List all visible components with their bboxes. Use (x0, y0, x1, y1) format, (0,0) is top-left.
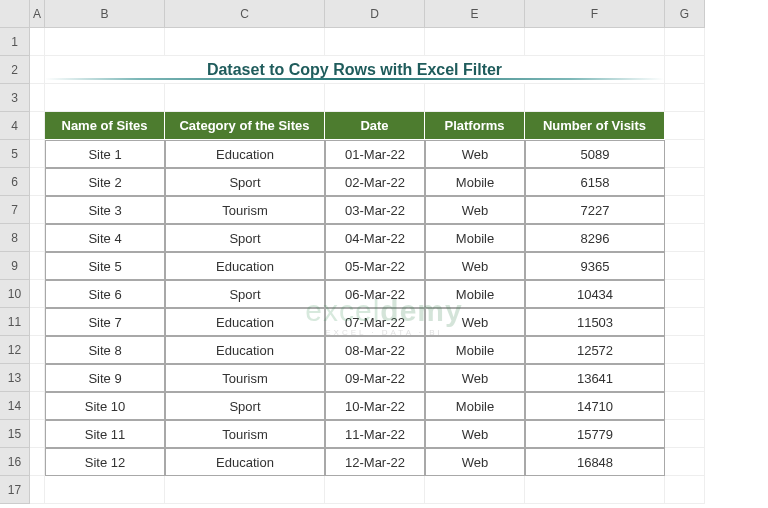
column-header-A[interactable]: A (30, 0, 45, 28)
table-cell-category[interactable]: Education (165, 308, 325, 336)
cell-A13[interactable] (30, 364, 45, 392)
cell-F3[interactable] (525, 84, 665, 112)
table-cell-platforms[interactable]: Web (425, 364, 525, 392)
cell-A2[interactable] (30, 56, 45, 84)
select-all-cell[interactable] (0, 0, 30, 28)
table-cell-visits[interactable]: 13641 (525, 364, 665, 392)
cell-G17[interactable] (665, 476, 705, 504)
cell-G13[interactable] (665, 364, 705, 392)
table-cell-name[interactable]: Site 5 (45, 252, 165, 280)
column-header-C[interactable]: C (165, 0, 325, 28)
table-cell-category[interactable]: Education (165, 336, 325, 364)
table-cell-visits[interactable]: 15779 (525, 420, 665, 448)
table-header-name[interactable]: Name of Sites (45, 112, 165, 140)
column-header-E[interactable]: E (425, 0, 525, 28)
table-cell-date[interactable]: 02-Mar-22 (325, 168, 425, 196)
table-cell-date[interactable]: 05-Mar-22 (325, 252, 425, 280)
column-header-D[interactable]: D (325, 0, 425, 28)
table-cell-visits[interactable]: 9365 (525, 252, 665, 280)
table-cell-visits[interactable]: 8296 (525, 224, 665, 252)
cell-E17[interactable] (425, 476, 525, 504)
table-cell-visits[interactable]: 14710 (525, 392, 665, 420)
cell-G10[interactable] (665, 280, 705, 308)
table-cell-category[interactable]: Tourism (165, 420, 325, 448)
table-header-visits[interactable]: Number of Visits (525, 112, 665, 140)
table-cell-name[interactable]: Site 2 (45, 168, 165, 196)
table-cell-date[interactable]: 04-Mar-22 (325, 224, 425, 252)
table-header-category[interactable]: Category of the Sites (165, 112, 325, 140)
cell-G16[interactable] (665, 448, 705, 476)
cell-G1[interactable] (665, 28, 705, 56)
table-cell-category[interactable]: Sport (165, 392, 325, 420)
cell-G15[interactable] (665, 420, 705, 448)
row-header-7[interactable]: 7 (0, 196, 30, 224)
table-cell-name[interactable]: Site 1 (45, 140, 165, 168)
cell-A3[interactable] (30, 84, 45, 112)
cell-A9[interactable] (30, 252, 45, 280)
table-cell-category[interactable]: Education (165, 252, 325, 280)
table-header-date[interactable]: Date (325, 112, 425, 140)
cell-A15[interactable] (30, 420, 45, 448)
cell-G9[interactable] (665, 252, 705, 280)
table-cell-visits[interactable]: 10434 (525, 280, 665, 308)
table-cell-date[interactable]: 06-Mar-22 (325, 280, 425, 308)
table-cell-category[interactable]: Tourism (165, 196, 325, 224)
cell-A16[interactable] (30, 448, 45, 476)
table-cell-platforms[interactable]: Web (425, 448, 525, 476)
cell-E1[interactable] (425, 28, 525, 56)
cell-G7[interactable] (665, 196, 705, 224)
cell-D3[interactable] (325, 84, 425, 112)
cell-C1[interactable] (165, 28, 325, 56)
row-header-16[interactable]: 16 (0, 448, 30, 476)
table-cell-category[interactable]: Sport (165, 168, 325, 196)
cell-A4[interactable] (30, 112, 45, 140)
table-cell-visits[interactable]: 12572 (525, 336, 665, 364)
row-header-10[interactable]: 10 (0, 280, 30, 308)
cell-B1[interactable] (45, 28, 165, 56)
row-header-8[interactable]: 8 (0, 224, 30, 252)
table-cell-date[interactable]: 07-Mar-22 (325, 308, 425, 336)
table-cell-date[interactable]: 10-Mar-22 (325, 392, 425, 420)
cell-F1[interactable] (525, 28, 665, 56)
cell-G5[interactable] (665, 140, 705, 168)
cell-D1[interactable] (325, 28, 425, 56)
table-cell-name[interactable]: Site 10 (45, 392, 165, 420)
cell-A8[interactable] (30, 224, 45, 252)
table-cell-date[interactable]: 12-Mar-22 (325, 448, 425, 476)
table-cell-category[interactable]: Sport (165, 280, 325, 308)
cell-B3[interactable] (45, 84, 165, 112)
table-cell-name[interactable]: Site 3 (45, 196, 165, 224)
row-header-6[interactable]: 6 (0, 168, 30, 196)
table-cell-platforms[interactable]: Mobile (425, 336, 525, 364)
row-header-4[interactable]: 4 (0, 112, 30, 140)
table-cell-name[interactable]: Site 6 (45, 280, 165, 308)
cell-A7[interactable] (30, 196, 45, 224)
cell-A12[interactable] (30, 336, 45, 364)
table-cell-date[interactable]: 03-Mar-22 (325, 196, 425, 224)
table-cell-platforms[interactable]: Web (425, 308, 525, 336)
table-cell-visits[interactable]: 16848 (525, 448, 665, 476)
table-cell-name[interactable]: Site 8 (45, 336, 165, 364)
row-header-12[interactable]: 12 (0, 336, 30, 364)
table-cell-visits[interactable]: 7227 (525, 196, 665, 224)
table-cell-platforms[interactable]: Web (425, 196, 525, 224)
table-cell-date[interactable]: 09-Mar-22 (325, 364, 425, 392)
column-header-F[interactable]: F (525, 0, 665, 28)
table-cell-date[interactable]: 01-Mar-22 (325, 140, 425, 168)
column-header-G[interactable]: G (665, 0, 705, 28)
row-header-2[interactable]: 2 (0, 56, 30, 84)
cell-A11[interactable] (30, 308, 45, 336)
table-cell-platforms[interactable]: Mobile (425, 280, 525, 308)
row-header-5[interactable]: 5 (0, 140, 30, 168)
cell-D17[interactable] (325, 476, 425, 504)
cell-G8[interactable] (665, 224, 705, 252)
cell-E3[interactable] (425, 84, 525, 112)
table-cell-name[interactable]: Site 7 (45, 308, 165, 336)
column-header-B[interactable]: B (45, 0, 165, 28)
table-cell-date[interactable]: 11-Mar-22 (325, 420, 425, 448)
row-header-17[interactable]: 17 (0, 476, 30, 504)
table-header-platforms[interactable]: Platforms (425, 112, 525, 140)
cell-C17[interactable] (165, 476, 325, 504)
cell-G4[interactable] (665, 112, 705, 140)
cell-G6[interactable] (665, 168, 705, 196)
